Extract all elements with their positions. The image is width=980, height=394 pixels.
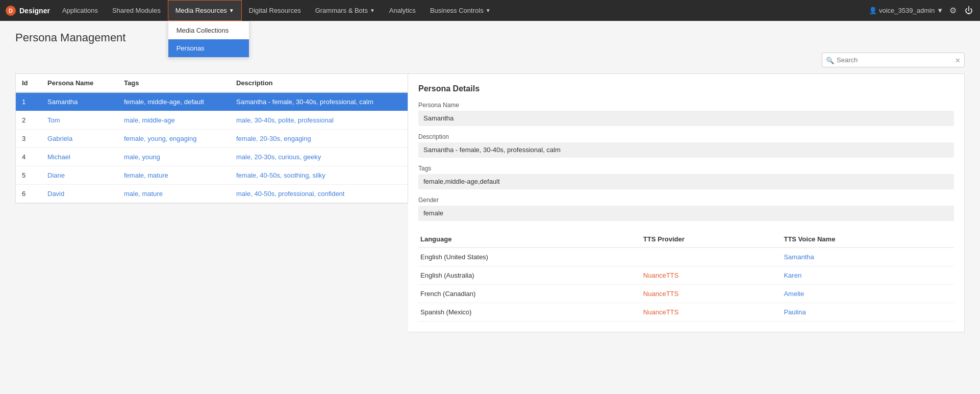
table-row[interactable]: 4Michaelmale, youngmale, 20-30s, curious…	[16, 148, 408, 166]
navbar: D Designer Applications Shared Modules M…	[0, 0, 980, 21]
clear-search-icon[interactable]: ✕	[955, 56, 961, 64]
brand-title: Designer	[19, 7, 50, 15]
cell-name[interactable]: Gabriela	[41, 130, 118, 148]
col-header-description: Description	[230, 74, 408, 92]
cell-id: 1	[16, 92, 41, 111]
table-row[interactable]: 3Gabrielafemale, young, engagingfemale, …	[16, 130, 408, 148]
col-header-id: Id	[16, 74, 41, 92]
main-layout: Id Persona Name Tags Description 1Samant…	[15, 73, 965, 332]
detail-label-tags: Tags	[418, 165, 954, 172]
user-menu[interactable]: 👤 voice_3539_admin ▼	[869, 7, 943, 14]
detail-label-persona-name: Persona Name	[418, 102, 954, 109]
nav-item-shared-modules[interactable]: Shared Modules	[105, 0, 168, 21]
cell-tags: female, middle-age, default	[118, 92, 230, 111]
lang-cell-tts-provider: NuanceTTS	[641, 303, 782, 322]
detail-field-description: Description Samantha - female, 30-40s, p…	[418, 133, 954, 158]
search-input-wrapper: 🔍 ✕	[822, 53, 965, 67]
cell-description: male, 20-30s, curious, geeky	[230, 148, 408, 166]
detail-value-tags: female,middle-age,default	[418, 174, 954, 189]
page-container: Persona Management 🔍 ✕ Id Persona Name T…	[0, 21, 980, 342]
dd-item-media-collections[interactable]: Media Collections	[168, 21, 249, 39]
cell-id: 6	[16, 185, 41, 203]
cell-name[interactable]: Samantha	[41, 92, 118, 111]
dd-item-personas[interactable]: Personas	[168, 39, 249, 57]
table-row[interactable]: 2Tommale, middle-agemale, 30-40s, polite…	[16, 111, 408, 130]
search-input[interactable]	[822, 53, 965, 67]
brand-logo: D	[5, 5, 16, 16]
lang-cell-language: English (United States)	[418, 248, 641, 266]
search-icon: 🔍	[826, 56, 834, 64]
cell-name[interactable]: Michael	[41, 148, 118, 166]
col-header-name: Persona Name	[41, 74, 118, 92]
lang-cell-tts-voice-name: Karen	[782, 266, 954, 285]
lang-cell-language: French (Canadian)	[418, 285, 641, 303]
table-row[interactable]: 1Samanthafemale, middle-age, defaultSama…	[16, 92, 408, 111]
detail-label-gender: Gender	[418, 196, 954, 204]
details-panel: Persona Details Persona Name Samantha De…	[408, 73, 965, 332]
nav-item-media-resources[interactable]: Media Resources ▼	[168, 0, 242, 21]
nav-item-wrapper-media-resources: Media Resources ▼ Media Collections Pers…	[168, 0, 242, 21]
grammars-dropdown-arrow-icon: ▼	[370, 8, 375, 13]
cell-id: 4	[16, 148, 41, 166]
table-row[interactable]: 5Dianefemale, maturefemale, 40-50s, soot…	[16, 166, 408, 185]
detail-label-description: Description	[418, 133, 954, 140]
lang-cell-tts-provider	[641, 248, 782, 266]
svg-text:D: D	[9, 8, 13, 14]
power-button[interactable]: ⏻	[963, 4, 975, 17]
cell-id: 5	[16, 166, 41, 185]
detail-field-gender: Gender female	[418, 196, 954, 221]
cell-id: 3	[16, 130, 41, 148]
dropdown-arrow-icon: ▼	[229, 8, 234, 13]
nav-item-grammars-bots[interactable]: Grammars & Bots ▼	[308, 0, 382, 21]
search-bar-wrapper: 🔍 ✕	[15, 53, 965, 67]
nav-right: 👤 voice_3539_admin ▼ ⚙ ⏻	[869, 4, 975, 17]
table-row[interactable]: 6Davidmale, maturemale, 40-50s, professi…	[16, 185, 408, 203]
detail-value-gender: female	[418, 206, 954, 221]
lang-cell-language: English (Australia)	[418, 266, 641, 285]
lang-table-row: English (Australia)NuanceTTSKaren	[418, 266, 954, 285]
table-body: 1Samanthafemale, middle-age, defaultSama…	[16, 92, 408, 203]
lang-table-row: French (Canadian)NuanceTTSAmelie	[418, 285, 954, 303]
lang-cell-tts-provider: NuanceTTS	[641, 285, 782, 303]
lang-cell-tts-provider: NuanceTTS	[641, 266, 782, 285]
cell-tags: male, mature	[118, 185, 230, 203]
cell-tags: female, young, engaging	[118, 130, 230, 148]
detail-value-persona-name: Samantha	[418, 111, 954, 126]
nav-items: Applications Shared Modules Media Resour…	[55, 0, 869, 21]
table-header: Id Persona Name Tags Description	[16, 74, 408, 92]
settings-button[interactable]: ⚙	[947, 4, 959, 17]
nav-item-applications[interactable]: Applications	[55, 0, 105, 21]
page-title: Persona Management	[15, 31, 965, 44]
lang-cell-tts-voice-name: Amelie	[782, 285, 954, 303]
table-section: Id Persona Name Tags Description 1Samant…	[15, 73, 408, 204]
lang-table-row: English (United States)Samantha	[418, 248, 954, 266]
lang-col-header-language: Language	[418, 231, 641, 248]
lang-table-body: English (United States)SamanthaEnglish (…	[418, 248, 954, 322]
cell-description: female, 20-30s, engaging	[230, 130, 408, 148]
cell-description: male, 30-40s, polite, professional	[230, 111, 408, 130]
business-controls-dropdown-arrow-icon: ▼	[486, 8, 491, 13]
cell-name[interactable]: Tom	[41, 111, 118, 130]
media-resources-dropdown: Media Collections Personas	[168, 21, 249, 58]
lang-cell-tts-voice-name: Paulina	[782, 303, 954, 322]
lang-table-row: Spanish (Mexico)NuanceTTSPaulina	[418, 303, 954, 322]
cell-description: male, 40-50s, professional, confident	[230, 185, 408, 203]
cell-name[interactable]: David	[41, 185, 118, 203]
user-dropdown-arrow: ▼	[937, 7, 943, 14]
user-icon: 👤	[869, 7, 877, 14]
lang-cell-tts-voice-name: Samantha	[782, 248, 954, 266]
cell-name[interactable]: Diane	[41, 166, 118, 185]
nav-item-digital-resources[interactable]: Digital Resources	[242, 0, 308, 21]
detail-field-tags: Tags female,middle-age,default	[418, 165, 954, 189]
nav-item-analytics[interactable]: Analytics	[382, 0, 423, 21]
detail-field-persona-name: Persona Name Samantha	[418, 102, 954, 126]
cell-tags: male, middle-age	[118, 111, 230, 130]
nav-item-business-controls[interactable]: Business Controls ▼	[423, 0, 498, 21]
cell-tags: male, young	[118, 148, 230, 166]
detail-value-description: Samantha - female, 30-40s, professional,…	[418, 142, 954, 158]
cell-description: Samantha - female, 30-40s, professional,…	[230, 92, 408, 111]
brand[interactable]: D Designer	[5, 5, 50, 16]
personas-table: Id Persona Name Tags Description 1Samant…	[16, 74, 408, 203]
lang-col-header-tts-voice-name: TTS Voice Name	[782, 231, 954, 248]
lang-col-header-tts-provider: TTS Provider	[641, 231, 782, 248]
